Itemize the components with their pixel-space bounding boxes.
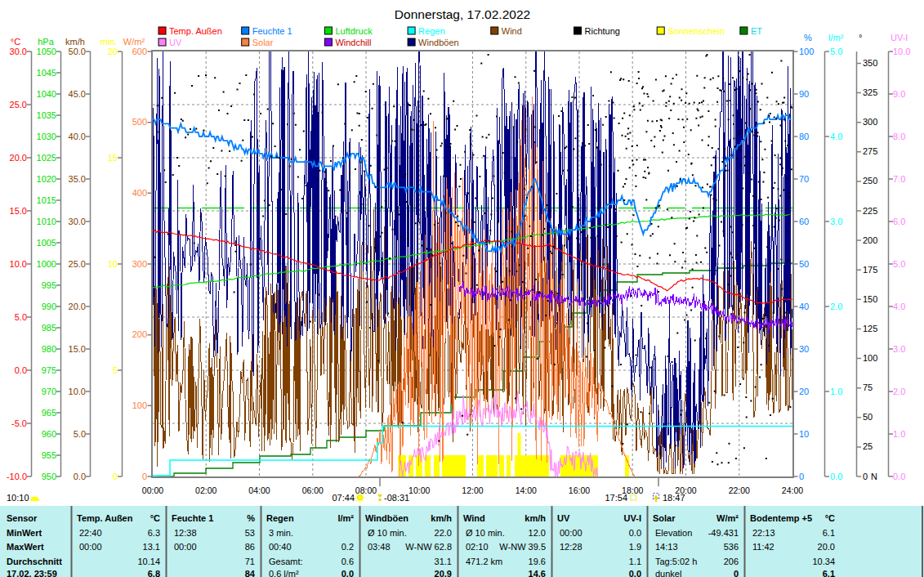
svg-text:600: 600	[132, 47, 147, 56]
svg-text:10.14: 10.14	[137, 557, 160, 566]
svg-text:200: 200	[132, 329, 147, 339]
svg-text:6.1: 6.1	[823, 528, 835, 538]
svg-text:17.02. 23:59: 17.02. 23:59	[7, 569, 57, 577]
svg-text:970: 970	[42, 387, 56, 396]
svg-text:MaxWert: MaxWert	[7, 542, 44, 552]
svg-text:995: 995	[42, 280, 56, 290]
svg-text:15: 15	[108, 153, 118, 163]
svg-text:UV: UV	[169, 38, 182, 47]
svg-text:Elevation: Elevation	[655, 528, 692, 538]
svg-text:20: 20	[108, 47, 118, 56]
svg-text:25.0: 25.0	[69, 259, 86, 269]
svg-text:°C: °C	[150, 513, 160, 523]
svg-text:10.0: 10.0	[893, 47, 910, 56]
svg-text:14:00: 14:00	[516, 485, 537, 495]
svg-text:25.0: 25.0	[10, 100, 27, 110]
svg-text:W-NW 39.5: W-NW 39.5	[499, 542, 546, 552]
svg-text:N: N	[871, 472, 877, 481]
svg-text:6.0: 6.0	[893, 217, 905, 226]
svg-text:Ø 10 min.: Ø 10 min.	[466, 528, 505, 538]
svg-text:%: %	[247, 513, 255, 523]
svg-text:965: 965	[42, 408, 56, 418]
svg-text:45.0: 45.0	[69, 89, 86, 99]
svg-text:Regen: Regen	[418, 26, 444, 36]
svg-text:300: 300	[132, 259, 147, 269]
svg-text:1.1: 1.1	[629, 557, 641, 566]
svg-text:0.0: 0.0	[830, 472, 842, 481]
svg-text:30.0: 30.0	[10, 47, 27, 56]
svg-text:80: 80	[799, 132, 809, 141]
svg-text:10:10: 10:10	[7, 493, 29, 503]
svg-text:990: 990	[42, 302, 56, 311]
svg-text:19.6: 19.6	[529, 557, 546, 566]
svg-text:00:00: 00:00	[560, 528, 583, 538]
svg-text:Temp. Außen: Temp. Außen	[77, 513, 133, 523]
svg-text:20.9: 20.9	[435, 569, 452, 577]
svg-text:Gesamt:: Gesamt:	[269, 557, 303, 566]
svg-text:10.0: 10.0	[69, 387, 86, 396]
svg-text:50: 50	[863, 412, 873, 422]
svg-text:dunkel: dunkel	[655, 569, 681, 577]
svg-text:-49.431: -49.431	[708, 528, 739, 538]
svg-text:0.0: 0.0	[15, 365, 27, 375]
svg-text:0.0: 0.0	[893, 472, 905, 481]
svg-text:3.0: 3.0	[830, 217, 842, 226]
svg-text:1035: 1035	[37, 110, 56, 120]
svg-text:min.: min.	[100, 37, 118, 47]
svg-text:300: 300	[863, 117, 877, 127]
svg-text:11:42: 11:42	[752, 542, 774, 552]
svg-text:35.0: 35.0	[69, 174, 86, 184]
svg-text:12:28: 12:28	[560, 542, 583, 552]
svg-text:175: 175	[863, 265, 877, 275]
svg-text:150: 150	[863, 294, 877, 304]
svg-text:100: 100	[799, 47, 814, 56]
svg-text:50.0: 50.0	[69, 47, 86, 56]
svg-text:3.0: 3.0	[893, 344, 905, 354]
svg-text:Solar: Solar	[252, 38, 274, 47]
svg-text:km/h: km/h	[431, 513, 452, 523]
svg-text:400: 400	[132, 188, 147, 198]
svg-text:12:38: 12:38	[174, 528, 197, 538]
svg-text:04:00: 04:00	[248, 485, 270, 495]
svg-text:125: 125	[863, 324, 877, 333]
svg-text:16:00: 16:00	[569, 485, 590, 495]
svg-text:hPa: hPa	[38, 37, 54, 47]
svg-text:0: 0	[734, 569, 739, 577]
svg-text:0: 0	[799, 472, 804, 481]
svg-text:Richtung: Richtung	[585, 26, 620, 36]
svg-text:Luftdruck: Luftdruck	[335, 26, 373, 36]
svg-text:536: 536	[724, 542, 739, 552]
svg-text:5.0: 5.0	[893, 259, 905, 269]
svg-text:5.0: 5.0	[830, 47, 842, 56]
svg-text:1015: 1015	[37, 195, 56, 205]
svg-text:960: 960	[42, 429, 56, 439]
svg-text:W/m²: W/m²	[123, 37, 145, 47]
svg-text:°C: °C	[11, 37, 20, 47]
svg-text:Tag:5:02 h: Tag:5:02 h	[655, 557, 697, 566]
svg-text:00:00: 00:00	[142, 485, 163, 495]
svg-text:6.3: 6.3	[148, 528, 160, 538]
svg-text:0: 0	[113, 472, 118, 481]
svg-text:5.0: 5.0	[74, 429, 86, 439]
svg-text:0.6: 0.6	[341, 557, 354, 566]
svg-text:-08:31: -08:31	[384, 493, 409, 503]
svg-text:10: 10	[108, 259, 118, 269]
svg-text:03:48: 03:48	[368, 542, 391, 552]
svg-text:4.0: 4.0	[830, 132, 842, 141]
svg-text:Ø 10 min.: Ø 10 min.	[368, 528, 407, 538]
svg-text:0.0: 0.0	[74, 472, 86, 481]
svg-text:471.2 km: 471.2 km	[466, 557, 502, 566]
svg-text:200: 200	[863, 235, 877, 245]
svg-text:30.0: 30.0	[69, 217, 86, 226]
svg-text:Regen: Regen	[266, 513, 294, 523]
svg-text:2.0: 2.0	[893, 387, 905, 396]
svg-text:0.0: 0.0	[629, 528, 641, 538]
svg-text:1025: 1025	[37, 153, 56, 163]
svg-text:1.0: 1.0	[830, 387, 842, 396]
svg-text:Windböen: Windböen	[365, 513, 408, 523]
svg-text:50: 50	[799, 259, 809, 269]
svg-text:71: 71	[245, 557, 255, 566]
svg-text:40: 40	[799, 302, 809, 311]
svg-text:W-NW 62.8: W-NW 62.8	[405, 542, 452, 552]
svg-text:1045: 1045	[37, 68, 56, 78]
